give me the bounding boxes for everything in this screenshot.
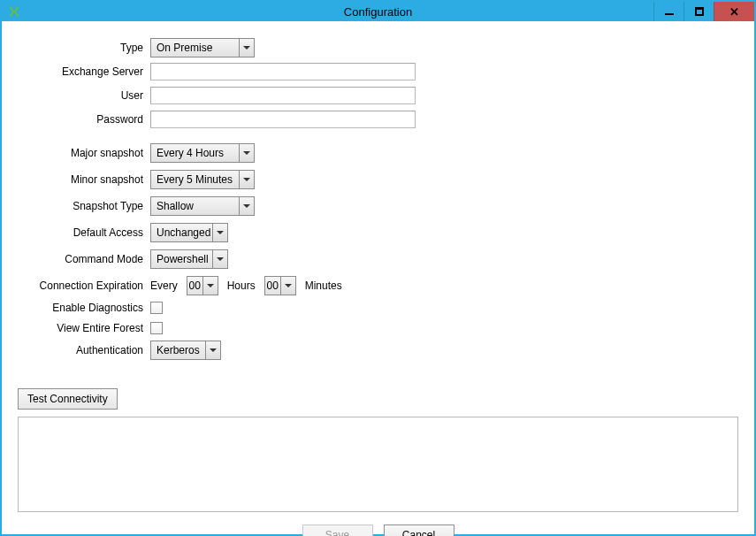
- user-label: User: [18, 89, 150, 102]
- password-label: Password: [18, 113, 150, 126]
- save-button[interactable]: Save: [302, 525, 373, 536]
- default-access-select[interactable]: Unchanged: [150, 223, 228, 242]
- close-button[interactable]: ✕: [714, 2, 754, 21]
- major-snapshot-label: Major snapshot: [18, 147, 150, 159]
- chevron-down-icon: [281, 277, 295, 295]
- expiration-hours-select[interactable]: 00: [187, 276, 218, 295]
- configuration-window: Configuration ✕ Type On Premise Exchange…: [0, 0, 756, 536]
- authentication-select[interactable]: Kerberos: [150, 341, 221, 360]
- enable-diagnostics-label: Enable Diagnostics: [18, 302, 150, 314]
- hours-label: Hours: [227, 279, 256, 292]
- maximize-button[interactable]: [683, 2, 714, 21]
- major-snapshot-select[interactable]: Every 4 Hours: [150, 143, 255, 163]
- every-label: Every: [150, 279, 178, 292]
- type-select[interactable]: On Premise: [150, 38, 255, 57]
- footer-buttons: Save Cancel: [18, 525, 738, 536]
- command-mode-select[interactable]: Powershell: [150, 249, 228, 269]
- test-connectivity-button[interactable]: Test Connectivity: [18, 388, 118, 410]
- exchange-server-label: Exchange Server: [18, 65, 150, 78]
- title-bar: Configuration ✕: [2, 2, 754, 21]
- minor-snapshot-label: Minor snapshot: [18, 173, 150, 186]
- chevron-down-icon: [206, 341, 220, 359]
- window-title: Configuration: [2, 5, 754, 19]
- chevron-down-icon: [240, 171, 254, 188]
- enable-diagnostics-checkbox[interactable]: [150, 302, 163, 314]
- view-entire-forest-label: View Entire Forest: [18, 322, 150, 334]
- minutes-label: Minutes: [305, 279, 342, 292]
- expiration-minutes-select[interactable]: 00: [264, 276, 296, 295]
- snapshot-type-label: Snapshot Type: [18, 200, 150, 212]
- view-entire-forest-checkbox[interactable]: [150, 322, 163, 334]
- snapshot-type-select[interactable]: Shallow: [150, 196, 255, 216]
- chevron-down-icon: [213, 250, 227, 268]
- chevron-down-icon: [240, 144, 254, 162]
- default-access-label: Default Access: [18, 226, 150, 239]
- chevron-down-icon: [213, 224, 227, 241]
- type-label: Type: [18, 42, 150, 54]
- chevron-down-icon: [240, 39, 254, 57]
- command-mode-label: Command Mode: [18, 253, 150, 265]
- content-area: Type On Premise Exchange Server User Pas…: [2, 21, 754, 536]
- exchange-server-input[interactable]: [150, 63, 416, 80]
- app-icon: [7, 4, 21, 19]
- log-output-area[interactable]: [18, 417, 738, 512]
- window-controls: ✕: [653, 2, 754, 21]
- user-input[interactable]: [150, 87, 416, 104]
- form-area: Type On Premise Exchange Server User Pas…: [18, 37, 738, 364]
- connection-expiration-label: Connection Expiration: [18, 279, 150, 292]
- cancel-button[interactable]: Cancel: [384, 525, 454, 536]
- chevron-down-icon: [240, 197, 254, 215]
- minor-snapshot-select[interactable]: Every 5 Minutes: [150, 170, 255, 189]
- authentication-label: Authentication: [18, 344, 150, 356]
- password-input[interactable]: [150, 111, 416, 128]
- chevron-down-icon: [203, 277, 218, 295]
- minimize-button[interactable]: [653, 2, 683, 21]
